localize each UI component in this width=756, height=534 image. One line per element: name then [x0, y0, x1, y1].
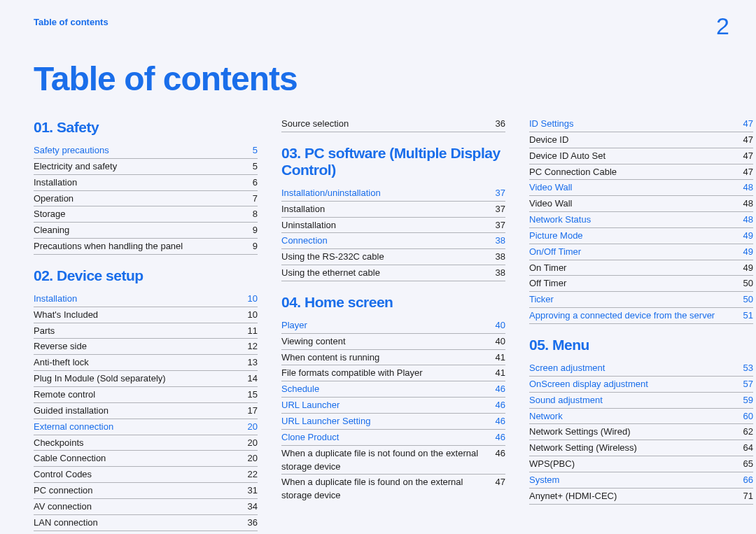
toc-heading-row[interactable]: External connection20	[34, 419, 258, 435]
toc-row[interactable]: Source selection36	[281, 116, 505, 132]
toc-label: Video Wall	[529, 197, 743, 211]
toc-heading-row[interactable]: Sound adjustment59	[529, 393, 753, 409]
toc-page: 59	[743, 394, 753, 407]
toc-heading-row[interactable]: Screen adjustment53	[529, 360, 753, 377]
toc-heading-row[interactable]: Schedule46	[281, 381, 505, 398]
toc-row[interactable]: File formats compatible with Player41	[281, 365, 505, 381]
toc-heading-row[interactable]: OnScreen display adjustment57	[529, 377, 753, 393]
page-title: Table of contents	[34, 59, 729, 98]
breadcrumb[interactable]: Table of contents	[34, 13, 108, 27]
section-title[interactable]: 02. Device setup	[34, 267, 258, 284]
toc-label: Device ID	[529, 134, 743, 147]
toc-label: Precautions when handling the panel	[34, 240, 253, 253]
toc-page: 47	[743, 118, 753, 131]
toc-label: Installation	[34, 176, 253, 190]
toc-row[interactable]: PC connection31	[34, 483, 258, 499]
toc-page: 50	[743, 277, 753, 290]
toc-row[interactable]: Control Codes22	[34, 467, 258, 483]
toc-row[interactable]: When a duplicate file is not found on th…	[281, 446, 505, 475]
toc-row[interactable]: PC Connection Cable47	[529, 164, 753, 181]
toc-row[interactable]: When content is running41	[281, 350, 505, 366]
toc-page: 46	[496, 399, 505, 412]
toc-row[interactable]: Electricity and safety5	[34, 159, 258, 175]
toc-page: 17	[248, 405, 258, 418]
toc-row[interactable]: Uninstallation37	[281, 218, 505, 234]
toc-heading-row[interactable]: Video Wall48	[529, 180, 753, 196]
toc-row[interactable]: AV connection34	[34, 499, 258, 515]
toc-row[interactable]: Using the RS-232C cable38	[281, 249, 505, 265]
toc-heading-row[interactable]: URL Launcher Setting46	[281, 414, 505, 430]
toc-page: 60	[743, 410, 753, 423]
toc-row[interactable]: LAN connection36	[34, 515, 258, 531]
toc-label: Control Codes	[34, 468, 248, 482]
toc-heading-row[interactable]: Safety precautions5	[34, 143, 258, 159]
toc-heading-row[interactable]: ID Settings47	[529, 116, 753, 132]
toc-row[interactable]: Cable Connection20	[34, 451, 258, 467]
toc-row[interactable]: Cleaning9	[34, 223, 258, 239]
toc-row[interactable]: Anynet+ (HDMI-CEC)71	[529, 489, 753, 505]
toc-heading-row[interactable]: System66	[529, 472, 753, 489]
toc-label: Electricity and safety	[34, 160, 253, 174]
toc-row[interactable]: Installation6	[34, 175, 258, 191]
toc-row[interactable]: Remote control15	[34, 387, 258, 403]
toc-column: ID Settings47Device ID47Device ID Auto S…	[529, 116, 753, 531]
toc-row[interactable]: Anti-theft lock13	[34, 355, 258, 371]
section-title[interactable]: 03. PC software (Multiple Display Contro…	[281, 145, 505, 178]
toc-label: Sound adjustment	[529, 394, 743, 407]
toc-row[interactable]: Device ID Auto Set47	[529, 148, 753, 164]
toc-heading-row[interactable]: Player40	[281, 318, 505, 334]
toc-heading-row[interactable]: Clone Product46	[281, 430, 505, 446]
toc-heading-row[interactable]: On/Off Timer49	[529, 244, 753, 260]
toc-row[interactable]: WPS(PBC)65	[529, 456, 753, 472]
toc-page: 47	[743, 134, 753, 147]
toc-label: Reverse side	[34, 340, 248, 353]
toc-row[interactable]: Off Timer50	[529, 276, 753, 292]
toc-row[interactable]: Checkpoints20	[34, 435, 258, 451]
toc-row[interactable]: Viewing content40	[281, 334, 505, 350]
toc-heading-row[interactable]: Installation10	[34, 291, 258, 307]
toc-row[interactable]: Operation7	[34, 191, 258, 207]
toc-heading-row[interactable]: Installation/uninstallation37	[281, 185, 505, 202]
toc-row[interactable]: What's Included10	[34, 307, 258, 323]
toc-row[interactable]: Using the ethernet cable38	[281, 265, 505, 281]
toc-row[interactable]: Installation37	[281, 202, 505, 218]
toc-heading-row[interactable]: Approving a connected device from the se…	[529, 308, 753, 324]
toc-heading-row[interactable]: Network60	[529, 409, 753, 425]
toc-row[interactable]: Network Setting (Wireless)64	[529, 440, 753, 456]
section-title[interactable]: 04. Home screen	[281, 294, 505, 311]
toc-label: Cleaning	[34, 224, 253, 237]
toc-heading-row[interactable]: Ticker50	[529, 292, 753, 308]
toc-page: 37	[496, 219, 505, 232]
header: Table of contents 2	[34, 13, 729, 40]
toc-label: Storage	[34, 208, 253, 221]
toc-row[interactable]: Precautions when handling the panel9	[34, 239, 258, 255]
toc-page: 65	[743, 458, 753, 471]
toc-label: Installation/uninstallation	[281, 187, 496, 200]
toc-label: Parts	[34, 325, 248, 338]
toc-page: 14	[248, 372, 258, 386]
toc-page: 36	[496, 118, 505, 131]
toc-row[interactable]: Storage8	[34, 206, 258, 223]
toc-page: 6	[253, 176, 258, 190]
toc-heading-row[interactable]: URL Launcher46	[281, 398, 505, 414]
toc-page: 38	[496, 267, 505, 280]
toc-page: 10	[248, 293, 258, 306]
section-title[interactable]: 01. Safety	[34, 119, 258, 136]
toc-row[interactable]: Reverse side12	[34, 339, 258, 355]
toc-label: Player	[281, 319, 496, 332]
toc-row[interactable]: Guided installation17	[34, 403, 258, 419]
toc-label: When content is running	[281, 351, 496, 365]
toc-heading-row[interactable]: Picture Mode49	[529, 228, 753, 244]
toc-heading-row[interactable]: Network Status48	[529, 212, 753, 228]
toc-heading-row[interactable]: Connection38	[281, 233, 505, 249]
toc-row[interactable]: Video Wall48	[529, 196, 753, 212]
section-title[interactable]: 05. Menu	[529, 337, 753, 353]
toc-row[interactable]: Device ID47	[529, 132, 753, 148]
toc-row[interactable]: Plug In Module (Sold separately)14	[34, 371, 258, 387]
toc-row[interactable]: On Timer49	[529, 260, 753, 276]
toc-label: LAN connection	[34, 517, 248, 530]
toc-row[interactable]: Network Settings (Wired)62	[529, 424, 753, 440]
toc-label: What's Included	[34, 309, 248, 322]
toc-row[interactable]: When a duplicate file is found on the ex…	[281, 475, 505, 503]
toc-row[interactable]: Parts11	[34, 323, 258, 339]
